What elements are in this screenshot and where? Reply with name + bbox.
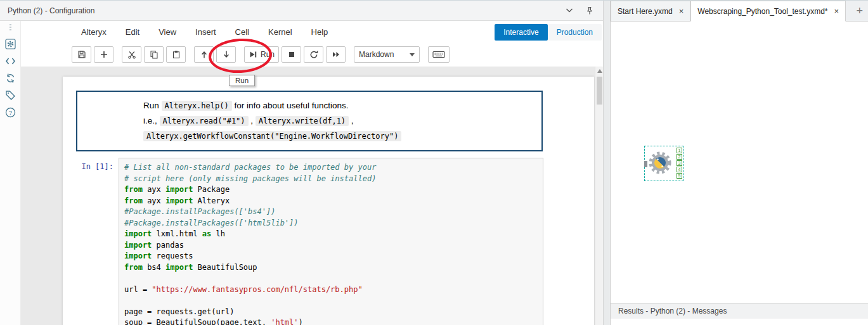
move-cell-up-button[interactable] bbox=[194, 46, 214, 63]
workflow-canvas[interactable]: 12345 bbox=[611, 22, 868, 303]
results-bar[interactable]: Results - Python (2) - Messages bbox=[611, 303, 868, 319]
menu-cell[interactable]: Cell bbox=[235, 27, 249, 37]
code-token: pandas bbox=[152, 241, 184, 250]
code-token: as bbox=[202, 229, 211, 238]
stop-icon bbox=[287, 50, 296, 59]
interrupt-kernel-button[interactable] bbox=[282, 46, 301, 63]
code-line: import requests bbox=[124, 251, 538, 262]
code-token: import bbox=[165, 185, 193, 194]
menu-kernel[interactable]: Kernel bbox=[268, 27, 292, 37]
inline-code: Alteryx.getWorkflowConstant("Engine.Work… bbox=[143, 131, 401, 141]
results-bar-label: Results - Python (2) - Messages bbox=[618, 307, 727, 315]
mode-toggle: Interactive Production bbox=[495, 24, 602, 41]
code-line bbox=[124, 295, 538, 307]
code-token: lh bbox=[211, 229, 225, 238]
code-line: # script here (only missing packages wil… bbox=[124, 174, 538, 185]
python-tool[interactable]: 12345 bbox=[644, 146, 683, 181]
input-anchor[interactable] bbox=[644, 161, 647, 167]
scissors-icon bbox=[127, 50, 136, 59]
tag-icon[interactable] bbox=[4, 89, 16, 101]
code-cell-prompt: In [1]: bbox=[63, 158, 119, 325]
panel-splitter[interactable] bbox=[604, 1, 611, 325]
copy-icon bbox=[150, 50, 159, 59]
code-token: ayx bbox=[143, 185, 165, 194]
fast-forward-icon bbox=[332, 50, 340, 59]
run-tooltip: Run bbox=[229, 75, 255, 86]
code-token: BeautifulSoup bbox=[193, 263, 257, 272]
code-cell[interactable]: In [1]: # List all non-standard packages… bbox=[63, 158, 543, 325]
cell-type-select[interactable]: Markdown bbox=[354, 46, 420, 63]
restart-run-all-button[interactable] bbox=[326, 46, 346, 63]
sync-icon[interactable] bbox=[4, 72, 16, 84]
notebook-toolbar: Run Markdown bbox=[21, 42, 603, 67]
menu-help[interactable]: Help bbox=[311, 27, 328, 37]
code-token: import bbox=[124, 229, 152, 238]
cell-prompt-gutter bbox=[77, 98, 143, 144]
arrow-down-icon bbox=[222, 50, 231, 59]
workflow-tab-webscraping[interactable]: Webscraping_Python_Tool_test.yxmd* × bbox=[690, 1, 846, 22]
copy-cell-button[interactable] bbox=[144, 46, 164, 63]
scrollbar-up-icon[interactable] bbox=[597, 69, 602, 73]
save-button[interactable] bbox=[72, 46, 91, 63]
settings-icon[interactable] bbox=[4, 37, 16, 50]
notebook-area: Alteryx Edit View Insert Cell Kernel Hel… bbox=[21, 21, 603, 325]
panel-title: Python (2) - Configuration bbox=[8, 6, 94, 15]
code-token: requests bbox=[152, 252, 193, 260]
command-palette-button[interactable] bbox=[428, 46, 450, 63]
new-workflow-button[interactable]: + bbox=[856, 5, 863, 16]
inline-code: Alteryx.help() bbox=[162, 101, 232, 111]
output-anchor[interactable]: 1 bbox=[677, 148, 682, 153]
workflow-tab-bar: Start Here.yxmd × Webscraping_Python_Too… bbox=[611, 1, 868, 22]
help-icon[interactable]: ? bbox=[4, 106, 16, 118]
cut-cell-button[interactable] bbox=[122, 46, 141, 63]
scrollbar-thumb[interactable] bbox=[597, 77, 602, 105]
markdown-text: , bbox=[349, 116, 354, 125]
output-anchor[interactable]: 4 bbox=[677, 167, 682, 172]
code-token: #Package.installPackages(['html5lib']) bbox=[124, 219, 299, 227]
run-button[interactable]: Run bbox=[244, 46, 279, 63]
code-token: bs4 bbox=[143, 263, 165, 272]
add-cell-button[interactable] bbox=[94, 46, 113, 63]
menu-alteryx[interactable]: Alteryx bbox=[81, 27, 107, 37]
configuration-titlebar: Python (2) - Configuration bbox=[0, 1, 603, 21]
notebook-scrollbar[interactable] bbox=[595, 67, 603, 325]
code-token: import bbox=[165, 263, 193, 272]
code-token: soup = BeautifulSoup(page.text, bbox=[124, 318, 271, 325]
save-icon bbox=[77, 50, 86, 59]
code-line: soup = BeautifulSoup(page.text, 'html') bbox=[124, 317, 538, 325]
code-token: # script here (only missing packages wil… bbox=[124, 174, 376, 183]
output-anchor[interactable]: 5 bbox=[677, 173, 682, 179]
code-line: from ayx import Package bbox=[124, 184, 538, 196]
code-token: Alteryx bbox=[193, 196, 230, 205]
tool-config-sidebar: ? bbox=[0, 21, 21, 325]
move-cell-down-button[interactable] bbox=[216, 46, 236, 63]
code-token: 'html' bbox=[271, 318, 298, 325]
inline-code: Alteryx.write(df,1) bbox=[256, 116, 349, 126]
output-anchor[interactable]: 2 bbox=[677, 154, 682, 160]
close-icon[interactable]: × bbox=[679, 7, 684, 15]
menu-insert[interactable]: Insert bbox=[195, 27, 216, 37]
run-button-label: Run bbox=[261, 50, 275, 59]
paste-icon bbox=[172, 50, 181, 59]
output-anchor[interactable]: 3 bbox=[677, 160, 682, 166]
pin-icon[interactable] bbox=[584, 6, 595, 16]
select-caret-icon bbox=[410, 53, 415, 56]
markdown-cell[interactable]: Run Alteryx.help() for info about useful… bbox=[76, 91, 543, 151]
menu-edit[interactable]: Edit bbox=[126, 27, 139, 37]
code-line: from ayx import Alteryx bbox=[124, 196, 538, 207]
production-button[interactable]: Production bbox=[548, 24, 602, 41]
interactive-button[interactable]: Interactive bbox=[495, 24, 547, 41]
run-icon bbox=[249, 50, 257, 59]
code-icon[interactable] bbox=[4, 54, 16, 67]
paste-cell-button[interactable] bbox=[166, 46, 186, 63]
code-line: import pandas bbox=[124, 240, 538, 252]
restart-kernel-button[interactable] bbox=[304, 46, 323, 63]
menu-view[interactable]: View bbox=[159, 27, 176, 37]
code-line: url = "https://www.fantasypros.com/nfl/s… bbox=[124, 284, 538, 296]
code-editor[interactable]: # List all non-standard packages to be i… bbox=[119, 158, 543, 325]
chevron-down-icon[interactable] bbox=[564, 6, 575, 16]
notebook-menu-bar: Alteryx Edit View Insert Cell Kernel Hel… bbox=[21, 21, 603, 42]
workflow-tab-start-here[interactable]: Start Here.yxmd × bbox=[611, 1, 690, 21]
plus-icon bbox=[100, 50, 108, 59]
close-icon[interactable]: × bbox=[834, 7, 839, 15]
